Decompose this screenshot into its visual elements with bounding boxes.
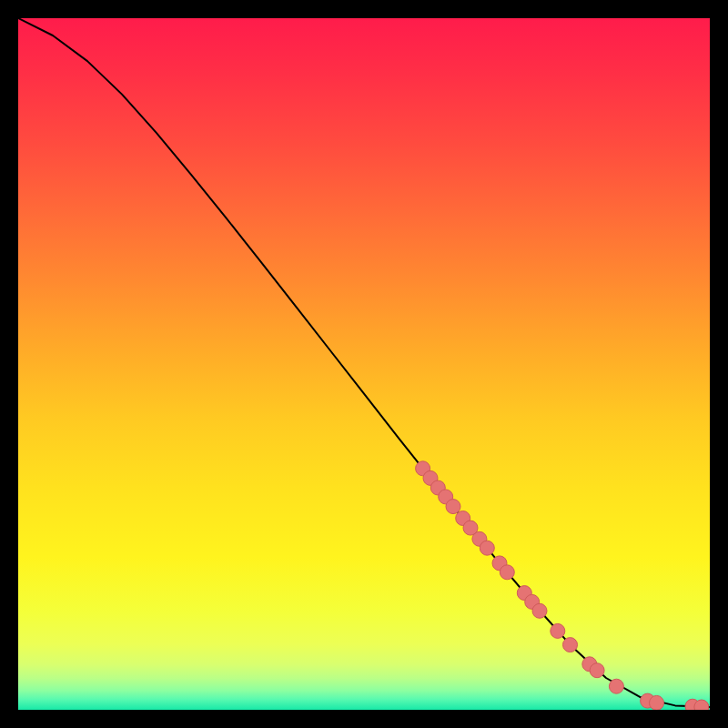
data-marker [500,565,514,580]
data-marker [532,603,547,618]
chart-svg [18,18,710,710]
data-marker [480,541,494,555]
plot-area [18,18,710,710]
data-marker [694,700,709,710]
data-marker [446,500,460,514]
data-marker [563,638,578,652]
chart-frame: TheBottleneck.com [18,18,710,710]
data-marker [609,679,623,693]
data-marker [551,623,565,638]
gradient-background [18,18,710,710]
data-marker [590,663,604,678]
data-marker [650,695,664,710]
